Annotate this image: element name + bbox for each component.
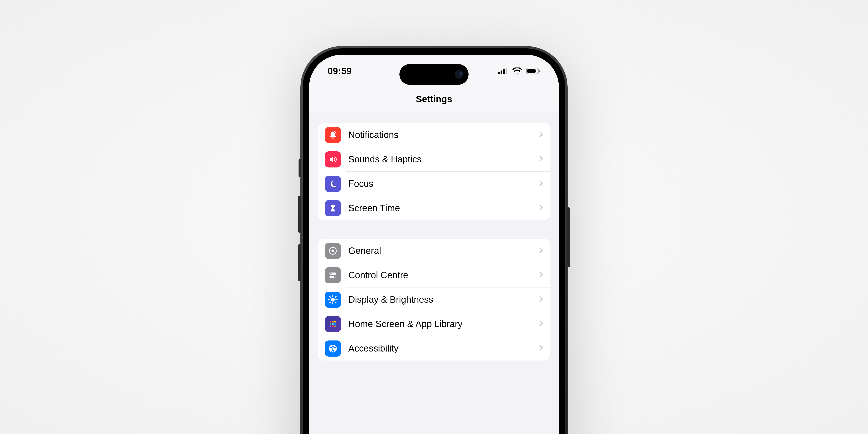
wifi-icon bbox=[512, 67, 522, 74]
chevron-right-icon bbox=[539, 321, 543, 328]
settings-row-label: Notifications bbox=[348, 130, 539, 140]
sun-icon bbox=[325, 292, 341, 308]
cellular-icon bbox=[498, 68, 508, 74]
settings-group: NotificationsSounds & HapticsFocusScreen… bbox=[318, 123, 550, 220]
bell-icon bbox=[325, 127, 341, 143]
settings-row-label: Display & Brightness bbox=[348, 294, 539, 305]
svg-rect-3 bbox=[506, 68, 507, 74]
speaker-icon bbox=[325, 151, 341, 167]
chevron-right-icon bbox=[539, 345, 543, 352]
volume-up-button bbox=[298, 196, 301, 232]
settings-row-notifications[interactable]: Notifications bbox=[318, 123, 550, 147]
grid-icon bbox=[325, 316, 341, 332]
settings-row-home-screen[interactable]: Home Screen & App Library bbox=[318, 312, 550, 336]
chevron-right-icon bbox=[539, 131, 543, 138]
svg-rect-5 bbox=[527, 69, 535, 73]
settings-row-general[interactable]: General bbox=[318, 239, 550, 263]
moon-icon bbox=[325, 176, 341, 192]
settings-row-focus[interactable]: Focus bbox=[318, 172, 550, 196]
svg-rect-6 bbox=[539, 70, 540, 72]
front-camera bbox=[455, 70, 464, 79]
phone-mockup: 09:59 bbox=[300, 46, 568, 434]
settings-content[interactable]: NotificationsSounds & HapticsFocusScreen… bbox=[309, 111, 559, 434]
settings-row-label: Home Screen & App Library bbox=[348, 319, 539, 329]
battery-icon bbox=[526, 68, 540, 74]
settings-row-label: Accessibility bbox=[348, 343, 539, 353]
toggles-icon bbox=[325, 267, 341, 283]
settings-row-label: Screen Time bbox=[348, 203, 539, 213]
chevron-right-icon bbox=[539, 156, 543, 163]
settings-row-control-centre[interactable]: Control Centre bbox=[318, 263, 550, 287]
settings-row-label: Sounds & Haptics bbox=[348, 154, 539, 164]
settings-row-label: Control Centre bbox=[348, 270, 539, 280]
settings-row-accessibility[interactable]: Accessibility bbox=[318, 336, 550, 361]
svg-rect-0 bbox=[498, 72, 500, 74]
status-time: 09:59 bbox=[328, 66, 352, 76]
settings-group: GeneralControl CentreDisplay & Brightnes… bbox=[318, 239, 550, 361]
chevron-right-icon bbox=[539, 272, 543, 279]
power-button bbox=[567, 207, 570, 267]
screen: 09:59 bbox=[309, 55, 559, 434]
nav-header: Settings bbox=[309, 87, 559, 111]
chevron-right-icon bbox=[539, 180, 543, 187]
chevron-right-icon bbox=[539, 296, 543, 303]
settings-row-label: Focus bbox=[348, 179, 539, 189]
settings-row-display-brightness[interactable]: Display & Brightness bbox=[318, 287, 550, 312]
svg-rect-2 bbox=[503, 69, 505, 74]
accessibility-icon bbox=[325, 340, 341, 356]
hourglass-icon bbox=[325, 200, 341, 216]
settings-row-label: General bbox=[348, 246, 539, 256]
volume-down-button bbox=[298, 244, 301, 281]
chevron-right-icon bbox=[539, 247, 543, 254]
mute-switch bbox=[299, 159, 301, 177]
page-title: Settings bbox=[416, 94, 452, 104]
svg-rect-1 bbox=[501, 70, 502, 74]
chevron-right-icon bbox=[539, 205, 543, 212]
gear-icon bbox=[325, 243, 341, 259]
dynamic-island bbox=[399, 64, 469, 85]
settings-row-screen-time[interactable]: Screen Time bbox=[318, 196, 550, 220]
settings-row-sounds-haptics[interactable]: Sounds & Haptics bbox=[318, 147, 550, 172]
